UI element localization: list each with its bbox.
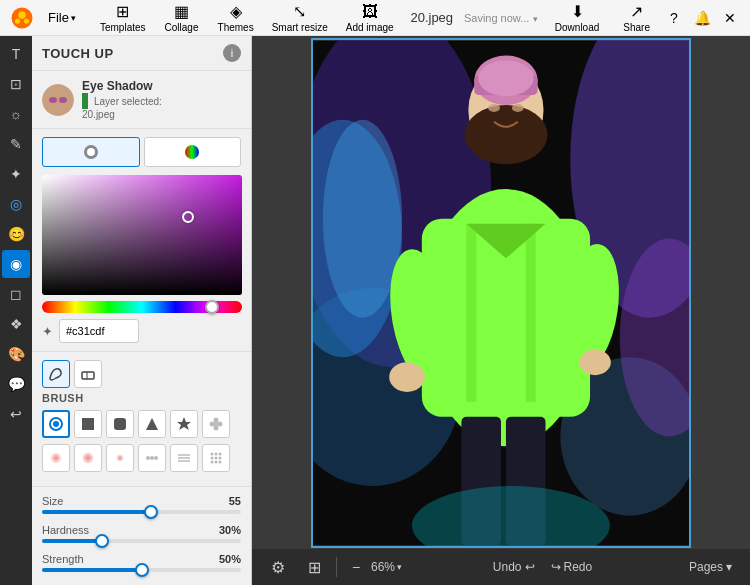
hex-input[interactable] bbox=[59, 319, 139, 343]
brush-shape-triangle[interactable] bbox=[138, 410, 166, 438]
size-thumb[interactable] bbox=[144, 505, 158, 519]
redo-btn[interactable]: ↪ Redo bbox=[545, 558, 599, 576]
tool-text2[interactable]: 💬 bbox=[2, 370, 30, 398]
solid-color-tab[interactable] bbox=[42, 137, 140, 167]
themes-btn[interactable]: ◈ Themes bbox=[210, 0, 262, 35]
gradient-color-tab[interactable] bbox=[144, 137, 242, 167]
strength-thumb[interactable] bbox=[135, 563, 149, 577]
pages-label: Pages bbox=[689, 560, 723, 574]
eyedropper-icon[interactable]: ✦ bbox=[42, 324, 53, 339]
saving-chevron: ▾ bbox=[533, 14, 538, 24]
collage-btn[interactable]: ▦ Collage bbox=[156, 0, 208, 35]
eraser-panel-btn[interactable] bbox=[74, 360, 102, 388]
tool-clone[interactable]: ❖ bbox=[2, 310, 30, 338]
tool-undo[interactable]: ↩ bbox=[2, 400, 30, 428]
tool-effects[interactable]: ◎ bbox=[2, 190, 30, 218]
layers-btn[interactable]: ⊞ bbox=[300, 553, 328, 581]
tool-magic[interactable]: ✦ bbox=[2, 160, 30, 188]
hue-slider[interactable] bbox=[42, 301, 242, 313]
size-value: 55 bbox=[229, 495, 241, 507]
svg-point-33 bbox=[215, 453, 218, 456]
zoom-chevron: ▾ bbox=[397, 562, 402, 572]
zoom-value[interactable]: 66% ▾ bbox=[371, 560, 402, 574]
tool-draw[interactable]: ✎ bbox=[2, 130, 30, 158]
tool-crop[interactable]: ⊡ bbox=[2, 70, 30, 98]
help-btn[interactable]: ? bbox=[662, 6, 686, 30]
download-label: Download bbox=[555, 22, 599, 33]
color-picker-area[interactable] bbox=[42, 175, 242, 295]
themes-icon: ◈ bbox=[230, 2, 242, 21]
tool-eraser[interactable]: ◻ bbox=[2, 280, 30, 308]
redo-label: Redo bbox=[564, 560, 593, 574]
brush-shape-circle[interactable] bbox=[42, 410, 70, 438]
strength-slider[interactable] bbox=[42, 568, 241, 572]
svg-point-34 bbox=[219, 453, 222, 456]
download-btn[interactable]: ⬇ Download bbox=[547, 0, 607, 35]
templates-btn[interactable]: ⊞ Templates bbox=[92, 0, 154, 35]
effect-thumbnail bbox=[42, 84, 74, 116]
tool-color[interactable]: 🎨 bbox=[2, 340, 30, 368]
layer-filename: 20.jpeg bbox=[82, 109, 241, 120]
share-btn[interactable]: ↗ Share bbox=[615, 0, 658, 35]
brush-shape-star[interactable] bbox=[170, 410, 198, 438]
hardness-thumb[interactable] bbox=[95, 534, 109, 548]
svg-point-60 bbox=[389, 362, 425, 392]
svg-point-28 bbox=[154, 456, 158, 460]
brush-shape-small-circle[interactable] bbox=[106, 444, 134, 472]
brush-shape-rounded-square[interactable] bbox=[106, 410, 134, 438]
undo-redo-area: Undo ↩ ↪ Redo bbox=[487, 558, 598, 576]
brush-shape-square[interactable] bbox=[74, 410, 102, 438]
color-tabs bbox=[42, 137, 241, 167]
brush-btn[interactable] bbox=[42, 360, 70, 388]
size-fill bbox=[42, 510, 151, 514]
close-btn[interactable]: ✕ bbox=[718, 6, 742, 30]
smart-resize-btn[interactable]: ⤡ Smart resize bbox=[264, 0, 336, 35]
hex-row: ✦ bbox=[42, 319, 241, 343]
notifications-btn[interactable]: 🔔 bbox=[690, 6, 714, 30]
pages-btn[interactable]: Pages ▾ bbox=[683, 558, 738, 576]
effect-layer: Layer selected: bbox=[82, 93, 241, 109]
tool-touchup[interactable]: ◉ bbox=[2, 250, 30, 278]
brush-section: BRUSH bbox=[32, 352, 251, 487]
brush-shape-dots[interactable] bbox=[138, 444, 166, 472]
brush-shape-halftone[interactable] bbox=[202, 444, 230, 472]
brush-shape-soft-circle-2[interactable] bbox=[74, 444, 102, 472]
share-icon: ↗ bbox=[630, 2, 643, 21]
svg-point-61 bbox=[579, 349, 611, 375]
color-gradient bbox=[42, 175, 242, 295]
layer-label: Layer selected: bbox=[94, 96, 162, 107]
bottom-center: Undo ↩ ↪ Redo bbox=[410, 558, 675, 576]
settings-btn[interactable]: ⚙ bbox=[264, 553, 292, 581]
tool-adjust[interactable]: ☼ bbox=[2, 100, 30, 128]
svg-point-5 bbox=[49, 97, 57, 103]
tool-sticker[interactable]: 😊 bbox=[2, 220, 30, 248]
canvas-container[interactable] bbox=[252, 36, 750, 549]
file-menu[interactable]: File ▾ bbox=[40, 6, 84, 29]
hue-thumb[interactable] bbox=[205, 300, 219, 314]
hardness-label: Hardness bbox=[42, 524, 89, 536]
zoom-out-btn[interactable]: − bbox=[345, 556, 367, 578]
svg-point-40 bbox=[219, 461, 222, 464]
svg-point-23 bbox=[50, 452, 62, 464]
filename-area: 20.jpeg Saving now... ▾ bbox=[406, 10, 543, 25]
top-actions: ⬇ Download ↗ Share bbox=[547, 0, 658, 35]
tool-text[interactable]: T bbox=[2, 40, 30, 68]
templates-label: Templates bbox=[100, 22, 146, 33]
panel-info-btn[interactable]: i bbox=[223, 44, 241, 62]
svg-point-35 bbox=[211, 457, 214, 460]
add-image-btn[interactable]: 🖼 Add image bbox=[338, 1, 402, 35]
svg-point-26 bbox=[146, 456, 150, 460]
color-cursor bbox=[182, 211, 194, 223]
effect-info: Eye Shadow Layer selected: 20.jpeg bbox=[82, 79, 241, 120]
brush-shape-lines[interactable] bbox=[170, 444, 198, 472]
brush-shape-flower[interactable] bbox=[202, 410, 230, 438]
add-image-icon: 🖼 bbox=[362, 3, 378, 21]
strength-fill bbox=[42, 568, 142, 572]
undo-btn[interactable]: Undo ↩ bbox=[487, 558, 541, 576]
size-slider[interactable] bbox=[42, 510, 241, 514]
bottom-bar: ⚙ ⊞ − 66% ▾ Undo ↩ ↪ Redo bbox=[252, 549, 750, 585]
canvas-image[interactable] bbox=[311, 38, 691, 548]
brush-shape-soft-circle[interactable] bbox=[42, 444, 70, 472]
svg-point-4 bbox=[42, 84, 74, 116]
hardness-slider[interactable] bbox=[42, 539, 241, 543]
